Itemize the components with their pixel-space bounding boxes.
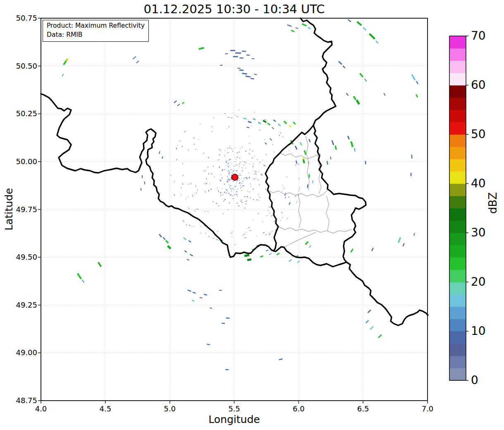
x-tick-label: 7.0 (415, 404, 440, 413)
x-tick-label: 4.0 (29, 404, 53, 413)
y-tick-label: 49.50 (12, 253, 37, 261)
x-tick-label: 4.5 (93, 404, 118, 413)
colorbar-tick-label: 40 (471, 177, 486, 190)
axis-tick-marks (38, 18, 428, 404)
grid-lines (41, 18, 428, 401)
y-tick-label: 49.25 (12, 301, 37, 309)
x-axis-label: Longitude (41, 413, 428, 425)
y-tick-label: 50.00 (12, 157, 37, 166)
radar-site-marker (232, 174, 238, 180)
colorbar-tick-label: 70 (471, 29, 486, 43)
y-tick-label: 50.50 (12, 62, 37, 70)
product-line: Product: Maximum Reflectivity (47, 22, 145, 31)
radar-echoes (62, 19, 418, 370)
map-canvas (0, 0, 504, 430)
y-tick-label: 48.75 (12, 396, 37, 405)
x-tick-label: 6.5 (351, 404, 375, 413)
colorbar-tick-label: 50 (471, 127, 486, 141)
x-tick-label: 5.0 (158, 404, 182, 413)
y-tick-label: 50.75 (12, 14, 37, 22)
x-tick-label: 6.0 (286, 404, 311, 413)
colorbar-tick-label: 20 (471, 275, 486, 289)
country-borders (41, 18, 428, 325)
y-tick-label: 49.75 (12, 205, 37, 214)
y-tick-label: 50.25 (12, 109, 37, 118)
x-tick-label: 5.5 (222, 404, 247, 413)
colorbar-tick-label: 60 (471, 78, 486, 92)
colorbar-label: dBZ (487, 162, 499, 244)
colorbar-tick-label: 10 (471, 324, 486, 338)
product-info-box: Product: Maximum Reflectivity Data: RMIB (43, 20, 149, 42)
radar-map-page: { "title": "01.12.2025 10:30 - 10:34 UTC… (0, 0, 504, 430)
colorbar (449, 36, 468, 381)
y-tick-label: 49.00 (12, 348, 37, 357)
data-source-line: Data: RMIB (47, 31, 145, 40)
colorbar-tick-label: 0 (471, 373, 478, 387)
colorbar-tick-label: 30 (471, 226, 486, 239)
page-title: 01.12.2025 10:30 - 10:34 UTC (41, 2, 428, 16)
